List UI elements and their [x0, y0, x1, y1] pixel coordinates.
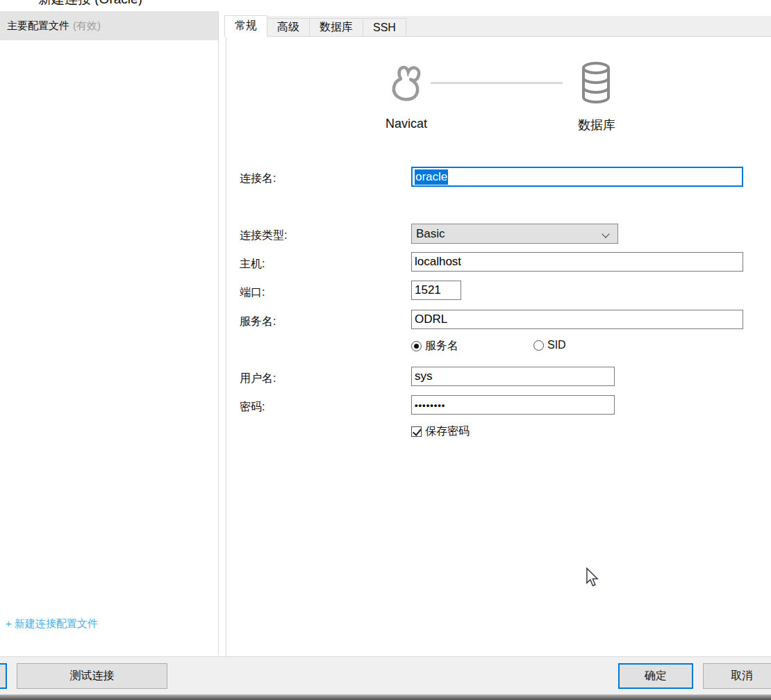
username-input[interactable] [411, 367, 615, 386]
connection-type-label: 连接类型: [240, 228, 287, 243]
tab-bar: 常规 高级 数据库 SSH [224, 16, 771, 37]
tab-general[interactable]: 常规 [224, 15, 267, 37]
sid-radio-group: SID [533, 339, 566, 351]
host-label: 主机: [240, 257, 265, 272]
port-label: 端口: [240, 285, 265, 300]
general-tab-panel [226, 37, 771, 656]
tab-advanced[interactable]: 高级 [267, 18, 310, 36]
service-name-input[interactable] [411, 310, 743, 329]
diagram-navicat-label: Navicat [383, 117, 429, 131]
connection-line [431, 82, 563, 84]
connection-name-input[interactable]: oracle [411, 167, 743, 187]
window-bottom-edge [0, 694, 771, 700]
selected-text: oracle [415, 169, 448, 185]
tab-ssh[interactable]: SSH [363, 18, 406, 36]
window-title-clipped: 新建连接 (Oracle) [38, 0, 219, 6]
sidebar-header: 主要配置文件 (有效) [0, 11, 218, 40]
sidebar-header-title: 主要配置文件 [7, 19, 69, 33]
connection-type-select[interactable]: Basic [411, 224, 618, 244]
chevron-down-icon [602, 230, 609, 238]
dialog-footer: 测试连接 确定 取消 [0, 656, 771, 694]
ok-button[interactable]: 确定 [618, 663, 693, 689]
port-input[interactable] [411, 281, 461, 300]
password-input[interactable] [411, 395, 615, 415]
save-password-row: 保存密码 [411, 424, 470, 439]
new-connection-profile-link[interactable]: + 新建连接配置文件 [6, 617, 98, 631]
sid-radio[interactable] [533, 340, 544, 351]
profiles-sidebar: 主要配置文件 (有效) [0, 11, 219, 655]
test-connection-button[interactable]: 测试连接 [17, 663, 167, 689]
service-name-label: 服务名: [240, 315, 276, 329]
database-cylinder-icon [579, 61, 613, 107]
service-name-radio[interactable] [411, 341, 422, 351]
navicat-logo-icon [386, 62, 426, 107]
save-password-checkbox[interactable] [411, 426, 422, 437]
help-button-partial[interactable] [0, 663, 7, 689]
tab-database[interactable]: 数据库 [310, 18, 363, 36]
mouse-cursor [586, 567, 599, 590]
host-input[interactable] [411, 252, 743, 272]
username-label: 用户名: [240, 372, 276, 386]
cancel-button[interactable]: 取消 [703, 663, 771, 689]
diagram-database-label: 数据库 [578, 117, 615, 133]
service-name-radio-group: 服务名 [411, 339, 458, 353]
sidebar-header-status: (有效) [73, 19, 101, 33]
password-label: 密码: [240, 400, 265, 415]
connection-name-label: 连接名: [240, 172, 276, 186]
